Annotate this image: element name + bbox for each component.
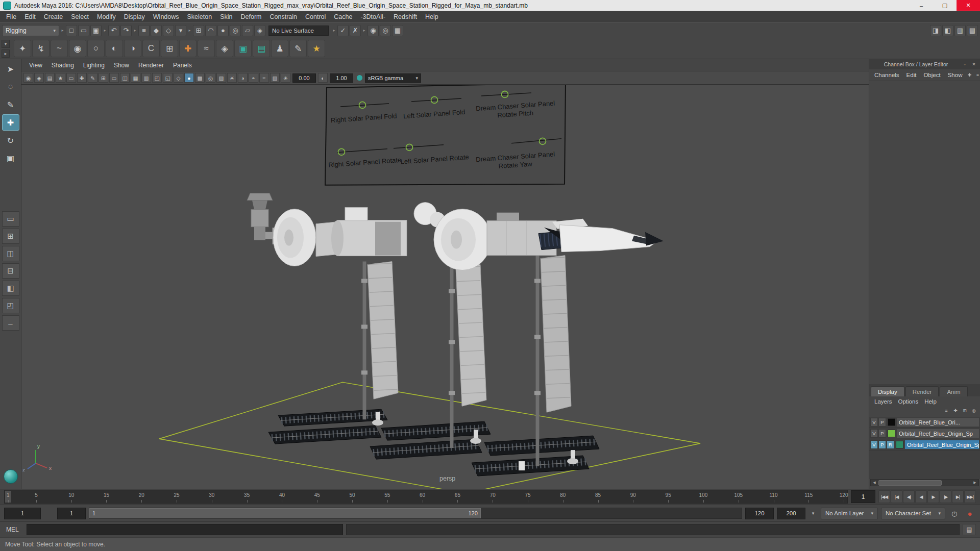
solar-array-left[interactable] — [268, 409, 387, 444]
wireframe-icon[interactable]: ◇ — [174, 73, 183, 83]
solar-array-middle[interactable] — [370, 421, 491, 459]
collapse-toolbox-icon[interactable]: – — [2, 315, 19, 331]
select-by-component-type-icon[interactable]: ◇ — [163, 25, 174, 36]
menu-windows[interactable]: Windows — [149, 11, 183, 22]
go-to-start-button[interactable]: |◀◀ — [878, 490, 890, 503]
orient-joint-icon[interactable]: ◑ — [124, 40, 141, 57]
show-attribute-editor-icon[interactable]: ◧ — [942, 25, 953, 36]
show-channel-box-icon[interactable]: ▤ — [967, 25, 978, 36]
redo-icon[interactable]: ↷ — [120, 25, 132, 36]
group-collapse-icon[interactable]: ▸ — [187, 24, 192, 37]
move-tool-icon[interactable]: ✚ — [2, 114, 19, 131]
space-station-model[interactable] — [247, 193, 556, 270]
undo-icon[interactable]: ↶ — [108, 25, 119, 36]
layer-toggle-p[interactable]: P — [878, 440, 886, 449]
step-forward-key-button[interactable]: ▶| — [952, 490, 964, 503]
menu-modify[interactable]: Modify — [93, 11, 120, 22]
animation-start-field[interactable]: 1 — [4, 508, 41, 519]
wrap-deformer-icon[interactable]: ◈ — [216, 40, 233, 57]
textured-icon[interactable]: ▩ — [195, 73, 205, 83]
shelf-tabs-menu-icon[interactable]: ▾ — [2, 40, 10, 48]
snap-to-view-plane-icon[interactable]: ▱ — [242, 25, 253, 36]
snap-to-point-icon[interactable]: ● — [217, 25, 229, 36]
single-pane-layout-icon[interactable]: ▭ — [2, 211, 19, 227]
step-forward-frame-button[interactable]: |▶ — [940, 490, 951, 503]
outliner-persp-layout-icon[interactable]: ◧ — [2, 281, 19, 296]
channel-box-menu-show[interactable]: Show — [945, 72, 966, 78]
layer-editor-menu-options[interactable]: Options — [895, 398, 922, 405]
select-camera-icon[interactable]: ◉ — [23, 73, 33, 83]
gamma-field[interactable]: 1.00 — [330, 73, 353, 83]
panel-menu-show[interactable]: Show — [109, 59, 134, 71]
motion-blur-icon[interactable]: ≈ — [259, 73, 269, 83]
create-joint-icon[interactable]: ✦ — [14, 40, 31, 57]
color-management-icon[interactable] — [357, 75, 362, 81]
panel-menu-lighting[interactable]: Lighting — [79, 59, 109, 71]
menu-control[interactable]: Control — [301, 11, 330, 22]
exposure-field[interactable]: 0.00 — [292, 73, 316, 83]
render-current-frame-icon[interactable]: ◉ — [368, 25, 379, 36]
panel-menu-shading[interactable]: Shading — [47, 59, 79, 71]
layer-toggle-p[interactable]: P — [878, 429, 886, 438]
menu-file[interactable]: File — [2, 11, 20, 22]
new-scene-icon[interactable]: □ — [66, 25, 77, 36]
film-gate-icon[interactable]: ▭ — [109, 73, 119, 83]
anim-layer-dropdown[interactable]: No Anim Layer ▾ — [821, 508, 878, 519]
play-backwards-button[interactable]: ◀ — [915, 490, 927, 503]
hypershade-persp-layout-icon[interactable]: ◰ — [2, 298, 19, 313]
menu-select[interactable]: Select — [67, 11, 93, 22]
make-object-live-icon[interactable]: ◈ — [254, 25, 265, 36]
save-scene-icon[interactable]: ▣ — [90, 25, 102, 36]
unbind-skin-icon[interactable]: ○ — [87, 40, 105, 57]
camera-attributes-icon[interactable]: ▤ — [45, 73, 55, 83]
group-collapse-icon[interactable]: ▸ — [60, 24, 65, 37]
2d-pan-zoom-icon[interactable]: ✚ — [77, 73, 87, 83]
lattice-icon[interactable]: ⊞ — [161, 40, 178, 57]
exposure-icon[interactable]: ☀ — [281, 73, 290, 83]
menu-skeleton[interactable]: Skeleton — [183, 11, 216, 22]
dream-chaser-spacecraft[interactable] — [538, 219, 664, 252]
cluster-icon[interactable]: C — [142, 40, 160, 57]
select-by-object-type-icon[interactable]: ◆ — [151, 25, 162, 36]
layer-editor-tab-render[interactable]: Render — [905, 386, 939, 396]
command-line-mode-button[interactable]: MEL — [4, 526, 23, 533]
construction-history-off-icon[interactable]: ✗ — [350, 25, 361, 36]
lock-camera-icon[interactable]: ◈ — [34, 73, 44, 83]
radiator-panels[interactable] — [368, 256, 571, 413]
layer-editor-tab-anim[interactable]: Anim — [940, 386, 967, 396]
channel-box-menu-channels[interactable]: Channels — [871, 72, 902, 78]
step-back-frame-button[interactable]: ◀| — [903, 490, 915, 503]
channel-slider-mode-icon[interactable]: ✚ — [965, 71, 973, 79]
delta-mush-icon[interactable]: ≈ — [198, 40, 215, 57]
layer-color-swatch[interactable] — [888, 418, 895, 426]
grease-pencil-icon[interactable]: ✎ — [88, 73, 97, 83]
construction-history-on-icon[interactable]: ✓ — [337, 25, 349, 36]
scrollbar-thumb[interactable] — [878, 480, 942, 486]
layer-color-swatch[interactable] — [888, 430, 895, 437]
auto-keyframe-icon[interactable]: ● — [964, 507, 976, 519]
panel-menu-renderer[interactable]: Renderer — [134, 59, 168, 71]
menu-redshift[interactable]: Redshift — [389, 11, 421, 22]
channel-box-menu-edit[interactable]: Edit — [903, 72, 920, 78]
shelf-overflow-icon[interactable]: ▸ — [2, 49, 10, 58]
tension-deformer-icon[interactable]: ✚ — [179, 40, 197, 57]
script-editor-icon[interactable]: ▤ — [963, 524, 976, 535]
chevron-down-icon[interactable]: ▾ — [808, 508, 818, 519]
command-line-input[interactable] — [27, 524, 343, 535]
layer-color-swatch[interactable] — [896, 441, 903, 448]
scroll-left-icon[interactable]: ◀ — [871, 480, 878, 486]
step-back-key-button[interactable]: |◀ — [891, 490, 902, 503]
layer-toggle-v[interactable]: V — [870, 429, 878, 438]
maximize-button[interactable]: ▢ — [933, 0, 957, 11]
grid-icon[interactable]: ⊞ — [99, 73, 108, 83]
animation-end-field[interactable]: 200 — [777, 508, 805, 519]
show-modeling-toolkit-icon[interactable]: ◨ — [930, 25, 941, 36]
layer-editor-tab-display[interactable]: Display — [871, 386, 904, 396]
group-collapse-icon[interactable]: ▸ — [133, 24, 137, 37]
anti-alias-icon[interactable]: ▨ — [270, 73, 280, 83]
layer-sort-icon[interactable]: ≡ — [942, 407, 950, 415]
panel-menu-panels[interactable]: Panels — [168, 59, 197, 71]
command-line-result[interactable] — [346, 524, 960, 535]
rig-control-board[interactable]: Right Solar Panel Fold Left Solar Panel … — [325, 85, 566, 185]
select-tool-icon[interactable]: ➤ — [2, 61, 19, 77]
